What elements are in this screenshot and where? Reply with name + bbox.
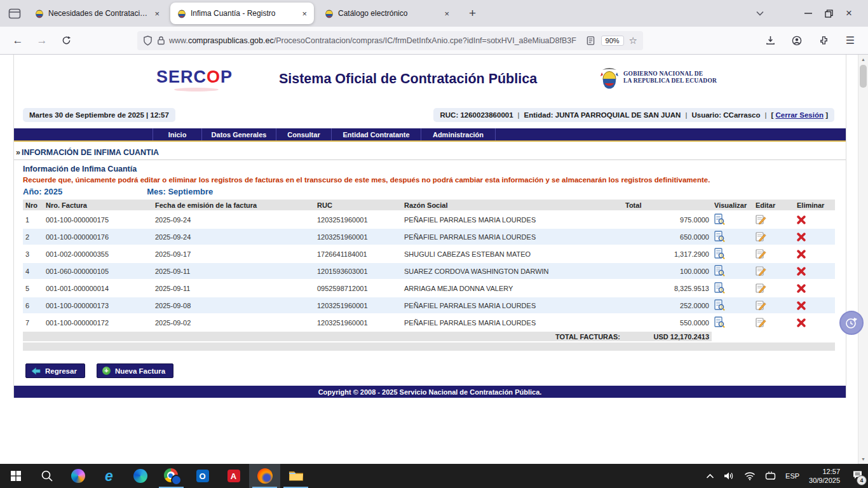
regresar-button[interactable]: Regresar bbox=[25, 363, 85, 378]
usuario-value: CCarrasco bbox=[723, 111, 760, 119]
factura-cell: 001-001-000000014 bbox=[43, 280, 153, 297]
taskbar-file-explorer-button[interactable] bbox=[280, 464, 311, 488]
factura-cell: 001-100-000000173 bbox=[43, 297, 153, 314]
firefox-view-button[interactable] bbox=[5, 4, 24, 22]
visualizar-icon[interactable] bbox=[714, 248, 725, 260]
account-icon[interactable] bbox=[787, 30, 807, 51]
menu-hamburger-icon[interactable]: ☰ bbox=[840, 30, 860, 51]
razon-cell: PEÑAFIEL PARRALES MARIA LOURDES bbox=[402, 211, 623, 228]
eliminar-icon[interactable] bbox=[797, 215, 806, 224]
visualizar-icon[interactable] bbox=[714, 299, 725, 311]
forward-button[interactable]: → bbox=[32, 30, 52, 51]
separator: | bbox=[764, 111, 766, 119]
menu-item-entidad-contratante[interactable]: Entidad Contratante bbox=[332, 128, 421, 140]
volume-icon[interactable] bbox=[724, 471, 735, 480]
total-cell: 252.0000 bbox=[623, 297, 712, 314]
url-text[interactable]: www.compraspublicas.gob.ec/ProcesoContra… bbox=[169, 36, 587, 45]
col-factura: Nro. Factura bbox=[43, 200, 153, 211]
tab-list-chevron-icon[interactable] bbox=[750, 4, 770, 23]
menu-item-consultar[interactable]: Consultar bbox=[276, 128, 332, 140]
wifi-icon[interactable] bbox=[744, 471, 756, 480]
taskbar-chrome-button[interactable] bbox=[156, 464, 187, 488]
start-button[interactable] bbox=[0, 464, 31, 488]
menu-item-datos-generales[interactable]: Datos Generales bbox=[202, 128, 276, 140]
visualizar-icon[interactable] bbox=[714, 316, 725, 329]
reload-button[interactable] bbox=[56, 30, 76, 51]
taskbar-search-button[interactable] bbox=[31, 464, 62, 488]
lock-icon[interactable] bbox=[157, 36, 165, 45]
session-bar: Martes 30 de Septiembre de 2025 | 12:57 … bbox=[23, 108, 834, 122]
menu-item-inicio[interactable]: Inicio bbox=[153, 128, 202, 140]
total-cell: 1,317.2900 bbox=[623, 245, 712, 262]
minimize-button[interactable] bbox=[798, 4, 818, 23]
ruc-cell: 1203251960001 bbox=[315, 211, 402, 228]
tab-necesidades[interactable]: Necesidades de Contratación y × bbox=[28, 3, 166, 24]
visualizar-icon[interactable] bbox=[714, 265, 725, 277]
visualizar-icon-cell bbox=[712, 280, 753, 297]
zoom-level-indicator[interactable]: 90% bbox=[601, 36, 624, 46]
fecha-cell: 2025-09-11 bbox=[153, 280, 315, 297]
editar-icon[interactable] bbox=[756, 300, 766, 311]
back-button[interactable]: ← bbox=[8, 30, 28, 51]
factura-cell: 001-060-000000105 bbox=[43, 262, 153, 280]
url-path: /ProcesoContratacion/compras/IC/frmDetIn… bbox=[274, 36, 576, 45]
eliminar-icon[interactable] bbox=[797, 233, 806, 241]
nro-cell: 2 bbox=[23, 228, 43, 245]
logout-link[interactable]: Cerrar Sesión bbox=[776, 111, 824, 119]
tab-catalogo[interactable]: Catálogo electrónico × bbox=[318, 3, 456, 24]
tab-infima-cuantia[interactable]: Infima Cuantía - Registro × bbox=[170, 3, 314, 24]
notification-center-button[interactable]: 4 bbox=[852, 470, 863, 482]
eliminar-icon[interactable] bbox=[797, 301, 806, 310]
reader-mode-icon[interactable] bbox=[587, 36, 595, 45]
taskbar-internet-explorer-button[interactable]: e bbox=[93, 464, 125, 488]
eliminar-icon[interactable] bbox=[797, 250, 806, 259]
restore-button[interactable] bbox=[818, 4, 839, 23]
nro-cell: 7 bbox=[23, 314, 43, 331]
editar-icon[interactable] bbox=[756, 231, 766, 242]
tracking-shield-icon[interactable] bbox=[143, 36, 153, 46]
downloads-icon[interactable] bbox=[760, 30, 780, 51]
editar-icon[interactable] bbox=[756, 248, 766, 259]
page-scrollbar[interactable]: ▲ ▼ bbox=[858, 55, 868, 464]
scroll-up-arrow[interactable]: ▲ bbox=[858, 55, 868, 64]
taskbar-outlook-button[interactable]: O bbox=[187, 464, 218, 488]
editar-icon[interactable] bbox=[756, 266, 766, 276]
scrollbar-thumb[interactable] bbox=[860, 65, 867, 88]
taskbar-copilot-button[interactable] bbox=[62, 464, 93, 488]
url-bar[interactable]: www.compraspublicas.gob.ec/ProcesoContra… bbox=[137, 31, 643, 50]
windows-logo-icon bbox=[11, 471, 21, 481]
menu-item-administracion[interactable]: Administración bbox=[421, 128, 496, 140]
clock-date[interactable]: 12:57 30/9/2025 bbox=[809, 467, 840, 485]
search-icon bbox=[41, 470, 53, 482]
taskbar-firefox-button[interactable] bbox=[249, 464, 280, 488]
new-tab-button[interactable]: + bbox=[465, 6, 480, 20]
taskbar-acrobat-button[interactable]: A bbox=[218, 464, 249, 488]
eliminar-icon[interactable] bbox=[797, 267, 806, 276]
visualizar-icon[interactable] bbox=[714, 214, 725, 226]
editar-icon[interactable] bbox=[756, 283, 766, 294]
tab-close-icon[interactable]: × bbox=[442, 9, 451, 18]
eliminar-icon[interactable] bbox=[797, 318, 806, 327]
tab-close-icon[interactable]: × bbox=[153, 9, 161, 18]
extensions-icon[interactable] bbox=[813, 30, 834, 51]
close-button[interactable]: × bbox=[839, 4, 859, 23]
visualizar-icon[interactable] bbox=[714, 282, 725, 294]
nueva-factura-button[interactable]: + Nueva Factura bbox=[97, 363, 173, 378]
col-visualizar: Visualizar bbox=[712, 200, 753, 211]
visualizar-icon-cell bbox=[712, 228, 753, 245]
taskbar-edge-button[interactable] bbox=[125, 464, 156, 488]
extension-timer-badge[interactable] bbox=[839, 311, 864, 335]
editar-icon[interactable] bbox=[756, 214, 766, 225]
connect-display-icon[interactable] bbox=[765, 471, 776, 480]
col-razon-social: Razón Social bbox=[402, 200, 623, 211]
bookmark-star-icon[interactable]: ☆ bbox=[629, 35, 637, 46]
eliminar-icon[interactable] bbox=[797, 284, 806, 293]
tab-close-icon[interactable]: × bbox=[300, 9, 309, 18]
editar-icon-cell bbox=[753, 297, 794, 314]
language-indicator[interactable]: ESP bbox=[785, 472, 799, 480]
visualizar-icon[interactable] bbox=[714, 231, 725, 243]
editar-icon[interactable] bbox=[756, 317, 766, 328]
outlook-glyph: O bbox=[199, 472, 205, 480]
tray-chevron-icon[interactable] bbox=[706, 473, 714, 479]
scroll-down-arrow[interactable]: ▼ bbox=[858, 454, 868, 464]
